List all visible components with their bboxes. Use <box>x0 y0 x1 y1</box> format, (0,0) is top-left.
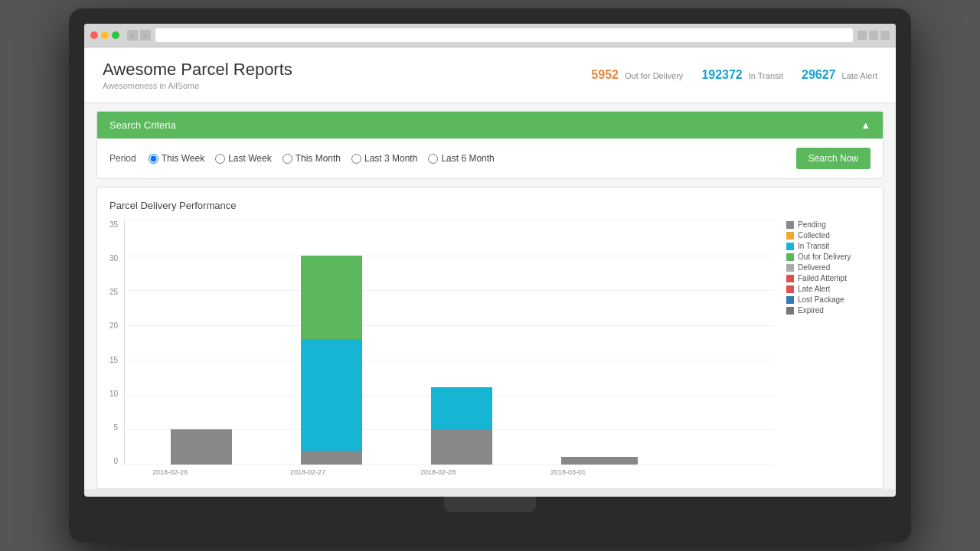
chart-title: Parcel Delivery Performance <box>109 200 871 211</box>
radio-group: This Week Last Week This Month <box>149 153 495 164</box>
bar-segment-pending <box>171 429 232 465</box>
chart-yaxis: 35 30 25 20 15 10 5 0 <box>109 220 124 465</box>
legend-color-failed <box>786 275 794 282</box>
search-criteria-body: Period This Week Last Week <box>97 139 883 178</box>
gridline-20 <box>125 325 774 326</box>
title-group: Awesome Parcel Reports Awesomeness in Al… <box>103 60 292 90</box>
legend-color-pending <box>786 221 794 229</box>
gridline-0 <box>125 465 774 465</box>
legend-color-in-transit <box>786 243 794 250</box>
bar-segment-intransit <box>301 339 362 451</box>
legend-color-delivered <box>786 264 794 272</box>
gridline-25 <box>125 290 774 291</box>
legend-color-collected <box>786 232 794 240</box>
collapse-icon[interactable]: ▲ <box>861 119 871 131</box>
chart-container: Parcel Delivery Performance 35 30 25 20 … <box>96 187 884 489</box>
legend-late-alert: Late Alert <box>786 285 871 293</box>
x-label-2: 2018-02-27 <box>277 468 338 476</box>
search-now-button[interactable]: Search Now <box>796 148 871 169</box>
legend-pending: Pending <box>786 220 871 229</box>
x-label-3: 2018-02-28 <box>407 468 469 476</box>
stat-late-alert-label: Late Alert <box>842 71 877 80</box>
radio-last-3-month[interactable]: Last 3 Month <box>351 153 417 164</box>
x-labels: 2018-02-26 2018-02-27 2018-02-28 2018-03… <box>124 465 774 476</box>
gridline-35 <box>125 220 774 221</box>
bar-segment-pending3 <box>431 429 492 465</box>
bar-2018-02-28 <box>431 387 492 465</box>
search-criteria-panel: Search Criteria ▲ Period This Week <box>96 111 884 179</box>
traffic-light-yellow[interactable] <box>101 31 109 39</box>
stat-out-for-delivery-number: 5952 <box>591 68 619 82</box>
stat-in-transit-label: In Transit <box>749 71 783 80</box>
legend-lost-package: Lost Package <box>786 295 871 304</box>
gridline-15 <box>125 360 774 360</box>
chart-legend: Pending Collected In Transit Out fo <box>786 220 871 476</box>
x-label-1: 2018-02-26 <box>132 468 208 476</box>
legend-color-out-for-delivery <box>786 253 794 261</box>
stat-late-alert-number: 29627 <box>802 68 836 82</box>
stat-out-for-delivery: 5952 Out for Delivery <box>591 68 683 82</box>
radio-last-week[interactable]: Last Week <box>215 153 271 164</box>
bar-segment-outfordelivery <box>301 256 362 339</box>
period-label: Period <box>109 153 136 164</box>
chart-plot-area: 2018-02-26 2018-02-27 2018-02-28 2018-03… <box>124 220 774 476</box>
address-bar[interactable] <box>155 28 853 42</box>
browser-action-3[interactable] <box>880 31 890 40</box>
legend-color-lost <box>786 296 794 304</box>
radio-this-month[interactable]: This Month <box>283 153 341 164</box>
search-criteria-header[interactable]: Search Criteria ▲ <box>97 112 883 139</box>
stat-in-transit: 192372 In Transit <box>701 68 783 82</box>
forward-btn[interactable]: › <box>140 30 151 41</box>
app-subtitle: Awesomeness in AllSome <box>103 81 292 90</box>
app-title: Awesome Parcel Reports <box>103 60 292 80</box>
bar-segment-pending2 <box>301 451 362 465</box>
legend-delivered: Delivered <box>786 263 871 272</box>
period-row: Period This Week Last Week <box>109 153 495 164</box>
chart-area: 35 30 25 20 15 10 5 0 <box>109 220 871 476</box>
search-criteria-title: Search Criteria <box>109 119 176 131</box>
legend-failed-attempt: Failed Attempt <box>786 274 871 282</box>
legend-out-for-delivery: Out for Delivery <box>786 253 871 261</box>
stat-out-for-delivery-label: Out for Delivery <box>625 71 683 80</box>
traffic-light-red[interactable] <box>90 31 98 39</box>
bar-2018-02-27 <box>301 256 362 465</box>
legend-in-transit: In Transit <box>786 242 871 250</box>
traffic-light-green[interactable] <box>112 31 119 39</box>
monitor-stand <box>444 497 536 512</box>
browser-action-1[interactable] <box>858 31 867 40</box>
legend-color-expired <box>786 307 794 315</box>
chart-plot <box>124 220 774 465</box>
legend-expired: Expired <box>786 306 871 315</box>
gridline-30 <box>125 256 774 256</box>
x-label-4: 2018-03-01 <box>530 468 606 476</box>
radio-this-week[interactable]: This Week <box>149 153 204 164</box>
bar-segment-intransit2 <box>431 387 492 429</box>
bar-2018-02-26 <box>171 429 232 465</box>
legend-color-late-alert <box>786 285 794 293</box>
app-header: Awesome Parcel Reports Awesomeness in Al… <box>84 47 896 103</box>
stat-in-transit-number: 192372 <box>701 68 742 82</box>
radio-last-6-month[interactable]: Last 6 Month <box>428 153 494 164</box>
bar-segment-pending4 <box>561 457 638 465</box>
browser-action-2[interactable] <box>869 31 878 40</box>
bar-2018-03-01 <box>561 457 638 465</box>
stat-late-alert: 29627 Late Alert <box>802 68 877 82</box>
legend-collected: Collected <box>786 231 871 240</box>
header-stats: 5952 Out for Delivery 192372 In Transit … <box>591 68 877 82</box>
back-btn[interactable]: ‹ <box>127 30 138 41</box>
